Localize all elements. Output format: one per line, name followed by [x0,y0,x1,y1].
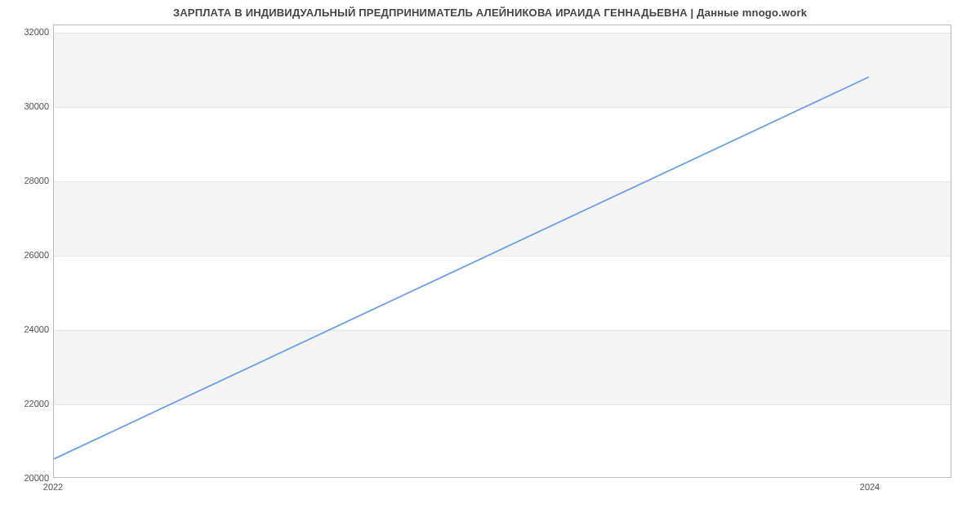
line-layer [54,25,951,477]
y-tick-label: 32000 [8,27,49,37]
x-tick-label: 2024 [860,482,880,492]
series-line [55,77,868,458]
chart-container: ЗАРПЛАТА В ИНДИВИДУАЛЬНЫЙ ПРЕДПРИНИМАТЕЛ… [0,0,980,531]
y-tick-label: 22000 [8,399,49,408]
x-tick-label: 2022 [43,482,63,492]
y-tick-label: 24000 [8,324,49,334]
y-tick-label: 30000 [8,101,49,111]
y-tick-label: 28000 [8,176,49,185]
chart-title: ЗАРПЛАТА В ИНДИВИДУАЛЬНЫЙ ПРЕДПРИНИМАТЕЛ… [0,7,980,19]
y-tick-label: 26000 [8,250,49,260]
plot-area [53,25,951,478]
